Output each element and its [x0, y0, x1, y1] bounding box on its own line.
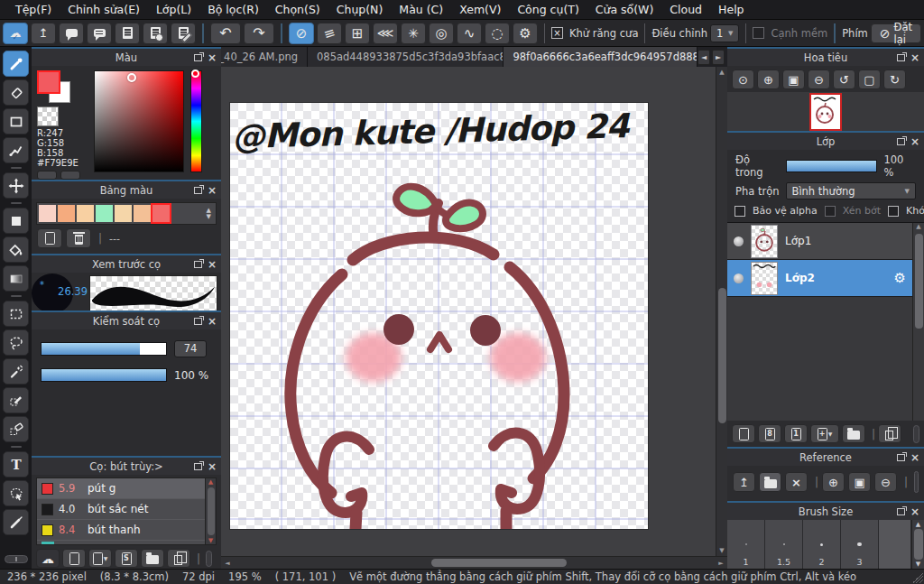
- sv-marker[interactable]: [127, 73, 136, 82]
- comment-list-button[interactable]: [87, 23, 112, 44]
- select-eraser-tool[interactable]: [3, 416, 29, 442]
- clipping-checkbox[interactable]: [825, 206, 836, 217]
- color-picker-button[interactable]: [60, 171, 80, 180]
- fill-shape-tool[interactable]: [3, 208, 29, 234]
- snap-off-button[interactable]: ⊘: [289, 23, 314, 44]
- zoom-in-button[interactable]: ⊕: [757, 70, 780, 89]
- tab-scroll-right-button[interactable]: ►: [712, 50, 725, 65]
- layer-visibility-toggle[interactable]: [734, 273, 744, 283]
- scroll-down-icon[interactable]: ▼: [208, 537, 213, 544]
- scroll-up-icon[interactable]: ▲: [208, 478, 213, 486]
- stylus-tool[interactable]: [3, 509, 29, 535]
- soft-edge-checkbox[interactable]: [753, 27, 764, 39]
- layer-folder-button[interactable]: [842, 424, 865, 443]
- lock-checkbox[interactable]: [888, 206, 899, 217]
- menu-file[interactable]: Tệp(F): [7, 1, 60, 18]
- menu-layer[interactable]: Lớp(L): [148, 1, 199, 18]
- color-option-button[interactable]: [37, 171, 57, 180]
- scroll-down-icon[interactable]: ▼: [719, 547, 724, 554]
- export-button[interactable]: ↥: [31, 23, 56, 44]
- snap-grid-button[interactable]: ⊞: [345, 23, 370, 44]
- gradient-tool[interactable]: [3, 265, 29, 292]
- snap-vanishing-button[interactable]: ⋘: [373, 23, 398, 44]
- snap-curve-button[interactable]: ∿: [457, 23, 482, 44]
- fit-screen-button[interactable]: ▣: [782, 70, 805, 89]
- artboard[interactable]: @Mon kute /Hudop 24: [230, 103, 648, 529]
- duplicate-layer-button[interactable]: [878, 424, 901, 443]
- brush-size-option[interactable]: 1: [727, 520, 765, 569]
- delete-palette-color-button[interactable]: [66, 228, 91, 248]
- brush-buttons-scrollbar[interactable]: [206, 551, 212, 567]
- add-palette-color-button[interactable]: [37, 228, 62, 248]
- layer-row-selected[interactable]: Lớp2 ⚙: [727, 260, 912, 297]
- tab-document[interactable]: 0_40_26 AM.png: [221, 47, 308, 67]
- close-icon[interactable]: ×: [910, 506, 919, 517]
- zoom-actual-button[interactable]: ⊙: [732, 70, 754, 89]
- menu-color[interactable]: Màu (C): [391, 1, 451, 18]
- bucket-tool[interactable]: [3, 236, 29, 263]
- menu-tools[interactable]: Công cụ(T): [509, 1, 587, 18]
- snap-settings-button[interactable]: ⚙: [513, 23, 538, 44]
- scroll-up-icon[interactable]: ▲: [719, 69, 724, 76]
- palette-swatch[interactable]: [77, 205, 94, 222]
- brush-size-valbox[interactable]: 74: [174, 340, 207, 357]
- protect-alpha-checkbox[interactable]: [735, 206, 745, 217]
- tab-scroll-left-button[interactable]: ◄: [698, 50, 710, 65]
- antialias-checkbox[interactable]: ×: [551, 27, 563, 39]
- script-brush-button[interactable]: S: [115, 549, 138, 568]
- brush-list-scrollbar[interactable]: ▲ ▼: [205, 478, 216, 544]
- select-rect-tool[interactable]: [3, 301, 29, 327]
- popout-icon[interactable]: [194, 463, 202, 470]
- brush-item[interactable]: 4.0 bút sắc nét: [37, 499, 216, 520]
- new-brush-button[interactable]: [62, 549, 86, 568]
- snap-concentric-button[interactable]: ◎: [429, 23, 454, 44]
- magic-wand-tool[interactable]: [3, 358, 29, 385]
- layer-buttons-scrollbar[interactable]: [913, 425, 919, 443]
- canvas-horizontal-scrollbar[interactable]: ◄ ►: [221, 556, 727, 569]
- cloud-sync-button[interactable]: ☁✓: [3, 23, 28, 44]
- popout-icon[interactable]: [897, 454, 905, 461]
- menu-edit[interactable]: Chỉnh sửa(E): [60, 1, 148, 18]
- brush-size-option-empty[interactable]: [879, 520, 911, 569]
- brush-size-option[interactable]: 1.5: [765, 520, 803, 569]
- eraser-tool[interactable]: [3, 79, 29, 106]
- brush-size-slider[interactable]: [41, 342, 167, 356]
- menu-cloud[interactable]: Cloud: [661, 1, 710, 18]
- close-icon[interactable]: ×: [208, 52, 217, 63]
- reference-fit-button[interactable]: ▣: [848, 472, 871, 492]
- resize-grip[interactable]: [912, 572, 923, 583]
- close-icon[interactable]: ×: [208, 185, 217, 196]
- scroll-up-icon[interactable]: ▲: [916, 223, 920, 230]
- tab-document[interactable]: 085ad448933875d5c3f3da93bfaac820.jpg: [308, 47, 504, 67]
- redo-button[interactable]: ↷: [244, 23, 274, 44]
- scrollbar-thumb[interactable]: [915, 234, 923, 329]
- close-icon[interactable]: ×: [910, 136, 919, 147]
- brush-folder-button[interactable]: [141, 549, 164, 568]
- add-layer-menu-button[interactable]: +▼: [810, 424, 839, 443]
- new-brush-menu-button[interactable]: ▼: [88, 549, 112, 568]
- scroll-up-icon[interactable]: ▲: [916, 521, 920, 528]
- saturation-value-picker[interactable]: [94, 70, 184, 172]
- scroll-down-icon[interactable]: ▼: [916, 561, 920, 568]
- close-icon[interactable]: ×: [208, 259, 217, 270]
- menu-select[interactable]: Chọn(S): [267, 1, 328, 18]
- tab-document-active[interactable]: 98f0a6666c3a6eaff3dc964957d888a9.jpg: [504, 47, 698, 67]
- navigator-preview-area[interactable]: [727, 92, 924, 131]
- lasso-tool[interactable]: [3, 329, 29, 356]
- load-reference-button[interactable]: ↥: [733, 472, 755, 492]
- transparent-color-swatch[interactable]: [37, 107, 59, 126]
- scrollbar-thumb[interactable]: [718, 288, 726, 423]
- scrollbar-thumb[interactable]: [431, 559, 567, 567]
- open-reference-folder-button[interactable]: [759, 472, 781, 492]
- scroll-left-icon[interactable]: ◄: [221, 557, 234, 569]
- undo-button[interactable]: ↶: [210, 23, 241, 44]
- palette-swatch-selected[interactable]: [152, 205, 170, 222]
- brush-size-scrollbar[interactable]: ▲ ▼: [911, 520, 924, 569]
- layer-settings-gear-icon[interactable]: ⚙: [894, 270, 906, 286]
- brush-opacity-slider[interactable]: [41, 368, 167, 382]
- new-8bit-layer-button[interactable]: 8: [758, 424, 781, 443]
- brush-item[interactable]: 8.4 bút thanh: [37, 520, 216, 541]
- tool-size-slider[interactable]: [5, 555, 28, 563]
- canvas-vertical-scrollbar[interactable]: ▲ ▼: [716, 67, 727, 556]
- popout-icon[interactable]: [194, 187, 202, 194]
